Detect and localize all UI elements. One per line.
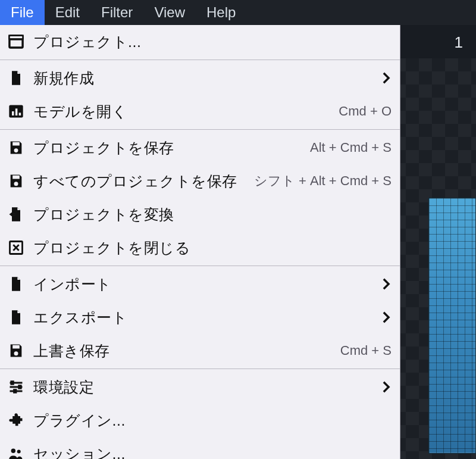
chevron-right-icon <box>381 277 392 291</box>
menu-label: Edit <box>55 4 80 21</box>
save-icon <box>7 342 25 360</box>
menu-item-label: プロジェクトを閉じる <box>33 238 190 258</box>
file-icon <box>7 275 25 293</box>
shortcut: Alt + Cmd + S <box>310 140 392 155</box>
save-icon <box>7 139 25 157</box>
menu-open-model[interactable]: モデルを開く Cmd + O <box>0 95 400 128</box>
menu-export[interactable]: エクスポート <box>0 301 400 334</box>
menu-save-project[interactable]: プロジェクトを保存 Alt + Cmd + S <box>0 131 400 164</box>
svg-rect-11 <box>12 176 20 179</box>
file-icon <box>7 308 25 326</box>
menu-item-label: 上書き保存 <box>33 341 110 361</box>
svg-point-21 <box>11 449 15 453</box>
menu-item-label: すべてのプロジェクトを保存 <box>33 171 237 191</box>
menu-item-label: プロジェクトを変換 <box>33 205 174 224</box>
menubar: File Edit Filter View Help <box>0 0 476 25</box>
svg-point-15 <box>14 351 18 355</box>
svg-rect-6 <box>12 111 14 115</box>
menu-item-label: 新規作成 <box>33 68 94 88</box>
separator <box>0 266 400 266</box>
svg-rect-4 <box>11 40 22 47</box>
window-icon <box>7 33 25 51</box>
svg-rect-14 <box>12 345 20 349</box>
menu-save-all[interactable]: すべてのプロジェクトを保存 シフト + Alt + Cmd + S <box>0 164 400 198</box>
save-icon <box>7 172 25 190</box>
menu-plugins[interactable]: プラグイン... <box>0 404 400 437</box>
svg-rect-16 <box>11 382 13 385</box>
menu-help[interactable]: Help <box>196 0 246 25</box>
menu-preferences[interactable]: 環境設定 <box>0 370 400 404</box>
close-box-icon <box>7 239 25 257</box>
svg-rect-9 <box>12 142 20 146</box>
sliders-icon <box>7 378 25 396</box>
file-menu-dropdown: プロジェクト... 新規作成 モデルを開く Cmd + O プロジェクトを保存 … <box>0 25 400 459</box>
shortcut: Cmd + O <box>339 104 392 119</box>
menu-filter[interactable]: Filter <box>90 0 143 25</box>
menu-item-label: セッション... <box>33 444 126 460</box>
svg-point-12 <box>14 182 18 186</box>
chart-icon <box>7 102 25 120</box>
axis-number: 1 <box>455 33 463 52</box>
svg-point-10 <box>14 148 18 152</box>
shortcut: Cmd + S <box>340 343 392 358</box>
separator <box>0 369 400 369</box>
menu-label: Help <box>206 4 236 21</box>
svg-point-20 <box>9 419 12 422</box>
menu-edit[interactable]: Edit <box>45 0 90 25</box>
file-icon <box>7 69 25 87</box>
menu-file[interactable]: File <box>0 0 45 25</box>
model-preview[interactable] <box>428 198 476 454</box>
menu-label: File <box>11 4 34 21</box>
menu-new[interactable]: 新規作成 <box>0 61 400 95</box>
menu-item-label: インポート <box>33 274 112 294</box>
menu-view[interactable]: View <box>143 0 196 25</box>
people-icon <box>7 445 25 459</box>
svg-rect-17 <box>19 386 21 389</box>
menu-item-label: プラグイン... <box>33 411 126 430</box>
menu-overwrite-save[interactable]: 上書き保存 Cmd + S <box>0 334 400 367</box>
menu-session[interactable]: セッション... <box>0 437 400 459</box>
menu-label: View <box>154 4 185 21</box>
menu-close-project[interactable]: プロジェクトを閉じる <box>0 231 400 264</box>
svg-point-22 <box>17 449 21 453</box>
separator <box>0 60 400 60</box>
svg-rect-7 <box>15 108 18 115</box>
chevron-right-icon <box>381 311 392 324</box>
plugin-icon <box>7 411 25 429</box>
chevron-right-icon <box>381 71 392 85</box>
svg-rect-8 <box>19 113 21 115</box>
menu-item-label: プロジェクト... <box>33 32 141 52</box>
menu-item-label: 環境設定 <box>33 377 94 397</box>
menu-item-label: プロジェクトを保存 <box>33 138 174 158</box>
svg-point-19 <box>15 413 18 416</box>
menu-import[interactable]: インポート <box>0 267 400 301</box>
menu-project[interactable]: プロジェクト... <box>0 25 400 58</box>
chevron-right-icon <box>381 380 392 394</box>
menu-convert-project[interactable]: プロジェクトを変換 <box>0 198 400 231</box>
shortcut: シフト + Alt + Cmd + S <box>254 172 392 190</box>
menu-item-label: エクスポート <box>33 308 127 327</box>
separator <box>0 129 400 130</box>
menu-label: Filter <box>101 4 133 21</box>
convert-icon <box>7 205 25 223</box>
menu-item-label: モデルを開く <box>33 102 127 121</box>
svg-rect-18 <box>14 390 17 393</box>
